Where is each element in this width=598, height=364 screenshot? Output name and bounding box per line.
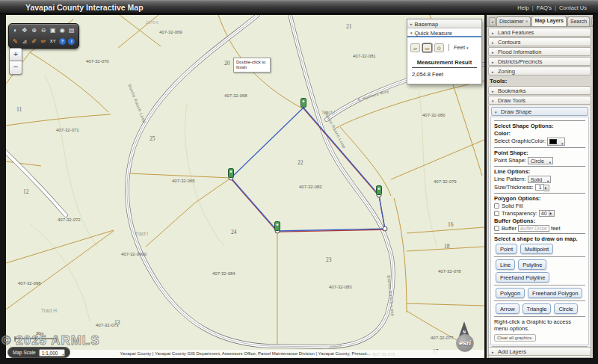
measurement-result-title: Measurement Result — [412, 59, 477, 68]
titlebar-link-contact-us[interactable]: Contact Us — [559, 4, 587, 11]
line-pattern-label: Line Pattern: — [494, 176, 526, 182]
vertex-pin-icon — [229, 169, 234, 178]
tab-scroll-left-icon[interactable]: ◂ — [489, 17, 496, 25]
location-measure-icon[interactable]: ⊙ — [434, 43, 444, 52]
paint-icon[interactable]: ✏ — [39, 36, 49, 47]
graphic-color-select[interactable] — [547, 138, 565, 146]
draw-icon[interactable]: ✎ — [10, 36, 20, 47]
graphic-color-label: Select GraphicColor: — [494, 138, 546, 144]
shape-button-row: PolygonFreehand Polygon — [494, 287, 585, 299]
accordion-land-features[interactable]: Land Features — [488, 28, 591, 37]
globe-icon[interactable]: ◐ — [10, 25, 20, 36]
separator — [494, 256, 585, 257]
accordion-flood-information[interactable]: Flood Information — [488, 47, 591, 56]
titlebar-link-help[interactable]: Help — [517, 4, 528, 11]
zoom-out-icon[interactable]: ⊖ — [39, 25, 49, 36]
accordion-add-layers[interactable]: Add Layers — [488, 347, 591, 356]
armls-watermark: © 2025 ARMLS — [1, 333, 100, 348]
info-icon[interactable]: i — [68, 38, 75, 45]
help-icon[interactable]: ? — [59, 38, 66, 45]
solid-fill-row: Solid Fill — [494, 203, 585, 209]
shape-button-arrow[interactable]: Arrow — [496, 303, 520, 314]
map-toolbar: ◐✥⊕⊖▣◉▤ ✎⊿✐✏XY?i — [8, 23, 79, 49]
link-separator: | — [555, 4, 556, 11]
accordion-contours[interactable]: Contours — [488, 37, 591, 46]
line-options-title: Line Options: — [494, 168, 585, 175]
basemap-accordion-header[interactable]: Basemap — [407, 19, 481, 28]
separator — [494, 300, 585, 301]
vertex-pin-dot — [230, 170, 232, 173]
zoom-in-button[interactable]: + — [9, 48, 22, 61]
shape-button-circle[interactable]: Circle — [554, 303, 577, 314]
print-icon[interactable]: ▤ — [67, 25, 77, 36]
tab-disclaimer[interactable]: Disclaimer× — [496, 16, 531, 26]
sketch-icon[interactable]: ✐ — [29, 36, 39, 47]
stepper-icon[interactable] — [544, 185, 549, 191]
shape-button-multipoint[interactable]: Multipoint — [520, 244, 553, 254]
accordion-bookmarks[interactable]: Bookmarks — [488, 86, 591, 95]
shape-button-line[interactable]: Line — [496, 259, 515, 270]
tab-search[interactable]: Search — [567, 16, 590, 26]
app-window: Yavapai County Interactive Map Help|FAQ'… — [0, 0, 598, 364]
solid-fill-checkbox[interactable] — [494, 203, 499, 209]
right-click-note: Right-click a Graphic to access menu opt… — [494, 318, 585, 332]
full-extent-icon[interactable]: ▣ — [48, 25, 58, 36]
zoom-out-button[interactable]: − — [9, 61, 22, 75]
toolbar-row-1: ◐✥⊕⊖▣◉▤ — [10, 25, 76, 36]
zoom-in-icon[interactable]: ⊕ — [29, 25, 39, 36]
accordion-draw-tools[interactable]: Draw Tools — [488, 96, 591, 105]
buffer-checkbox[interactable] — [494, 226, 499, 231]
layer-accordions: Land FeaturesContoursFlood InformationDi… — [487, 28, 593, 75]
buffer-distance-input[interactable] — [518, 225, 549, 232]
vertex-pin-dot — [277, 223, 279, 226]
accordion-districts-precincts[interactable]: Districts/Precincts — [488, 57, 591, 66]
polygon-options-title: Polygon Options: — [494, 195, 585, 202]
vertex-pin-dot — [303, 100, 305, 102]
clear-graphics-button[interactable]: Clear all graphics. — [494, 334, 536, 342]
tools-section-label: Tools: — [490, 78, 590, 84]
shape-button-freehand-polyline[interactable]: Freehand Polyline — [496, 272, 549, 283]
buffer-unit-label: feet — [551, 225, 561, 232]
shape-button-point[interactable]: Point — [496, 244, 517, 254]
buffer-options-title: Buffer Options: — [494, 218, 585, 224]
tab-map-layers[interactable]: Map Layers — [531, 16, 567, 26]
accordion-zoning[interactable]: Zoning — [488, 67, 591, 75]
size-thickness-value[interactable]: 1 — [535, 184, 544, 191]
tab-close-icon[interactable]: × — [525, 19, 528, 24]
line-pattern-select[interactable]: Solid — [528, 176, 552, 183]
shape-button-row: ArrowTriangleCircle — [494, 303, 585, 315]
vertex-pin-icon — [301, 99, 306, 108]
map-tooltip: Double-click to finish — [233, 58, 271, 73]
identify-icon[interactable]: ◉ — [58, 25, 67, 36]
accordion-draw-shape[interactable]: Draw Shape — [491, 107, 588, 116]
xy-coordinates-icon[interactable]: XY — [48, 36, 58, 47]
area-measure-icon[interactable]: ▱ — [410, 43, 420, 52]
tab-list: Disclaimer×Map LayersSearch — [496, 16, 591, 26]
separator — [494, 316, 585, 317]
shape-prompt: Select a shape to draw on map. — [494, 235, 585, 242]
shape-button-polygon[interactable]: Polygon — [496, 288, 525, 298]
shape-button-row: PointMultipoint — [494, 243, 585, 255]
transparency-checkbox[interactable] — [494, 211, 499, 216]
quick-measure-accordion-header[interactable]: Quick Measure — [407, 28, 481, 37]
shape-button-freehand-polygon[interactable]: Freehand Polygon — [528, 288, 582, 298]
point-shape-select[interactable]: Circle — [528, 157, 553, 164]
vertex-pin-dot — [378, 188, 380, 190]
map-scale-select[interactable]: 1:1,000 — [39, 349, 66, 357]
titlebar-link-faq-s[interactable]: FAQ's — [537, 4, 552, 11]
shape-button-row: Freehand Polyline — [494, 271, 585, 283]
units-dropdown[interactable]: Feet — [449, 44, 469, 51]
shape-buttons: PointMultipointLinePolylineFreehand Poly… — [494, 243, 585, 315]
shape-button-polyline[interactable]: Polyline — [518, 259, 546, 270]
link-separator: | — [532, 4, 534, 11]
stepper-icon[interactable] — [549, 210, 555, 217]
map-scale-label: Map Scale — [13, 350, 36, 355]
transparency-value[interactable]: 40 — [539, 210, 549, 217]
pan-hand-icon[interactable]: ✥ — [20, 25, 30, 36]
shape-button-triangle[interactable]: Triangle — [523, 303, 552, 314]
measure-icon[interactable]: ⊿ — [20, 36, 30, 47]
tab-scroll-right-icon[interactable]: ▸ — [591, 17, 593, 25]
distance-measure-icon[interactable]: ▭ — [422, 43, 432, 52]
color-swatch — [549, 139, 557, 144]
titlebar: Yavapai County Interactive Map Help|FAQ'… — [0, 0, 598, 14]
